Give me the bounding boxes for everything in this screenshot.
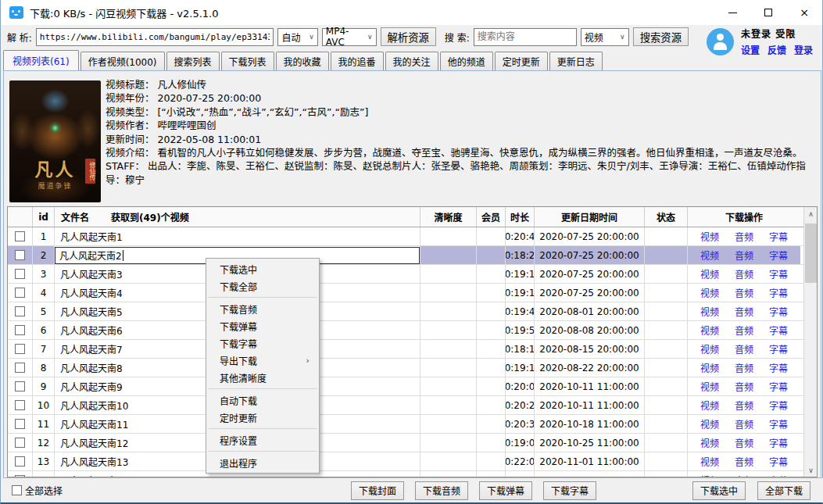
menu-item-download-audio[interactable]: 下载音频: [206, 300, 319, 317]
table-row[interactable]: 13凡人风起天南1300:22:042020-11-01 11:00:00视频音…: [8, 452, 803, 471]
download-audio-link[interactable]: 音频: [735, 455, 753, 468]
table-row[interactable]: 5凡人风起天南500:19:482020-08-01 20:00:00视频音频字…: [8, 302, 803, 321]
download-all-button[interactable]: 全部下载: [757, 481, 810, 500]
row-checkbox[interactable]: [15, 231, 25, 241]
menu-item-download-danmaku[interactable]: 下载弹幕: [206, 317, 319, 334]
download-subtitle-link[interactable]: 字幕: [769, 399, 788, 412]
row-checkbox[interactable]: [15, 288, 25, 298]
download-subtitle-link[interactable]: 字幕: [769, 267, 788, 281]
menu-item-other-quality[interactable]: 其他清晰度: [206, 369, 319, 386]
download-video-link[interactable]: 视频: [700, 323, 719, 337]
row-checkbox[interactable]: [15, 325, 25, 335]
format-select[interactable]: MP4-AVC ∨: [322, 28, 377, 46]
download-video-link[interactable]: 视频: [700, 248, 719, 262]
download-audio-link[interactable]: 音频: [735, 267, 753, 281]
avatar[interactable]: [707, 28, 734, 55]
download-video-link[interactable]: 视频: [700, 417, 719, 431]
url-input[interactable]: [36, 28, 274, 46]
download-subtitle-link[interactable]: 字幕: [769, 342, 788, 356]
feedback-link[interactable]: 反馈: [768, 43, 786, 56]
menu-item-scheduled-update[interactable]: 定时更新: [206, 409, 319, 426]
download-audio-link[interactable]: 音频: [735, 361, 753, 374]
download-audio-link[interactable]: 音频: [735, 399, 753, 412]
menu-item-download-subtitle[interactable]: 下载字幕: [206, 334, 319, 352]
file-name-cell[interactable]: 凡人风起天南1: [55, 227, 420, 245]
menu-item-exit-program[interactable]: 退出程序: [206, 454, 319, 471]
download-subtitle-link[interactable]: 字幕: [769, 474, 788, 477]
download-audio-link[interactable]: 音频: [735, 342, 753, 356]
download-audio-link[interactable]: 音频: [735, 436, 753, 449]
download-subtitle-link[interactable]: 字幕: [769, 248, 788, 262]
scrollbar-thumb[interactable]: [805, 223, 817, 283]
download-video-link[interactable]: 视频: [700, 342, 719, 356]
maximize-button[interactable]: [750, 0, 786, 25]
tab-my-favorites[interactable]: 我的收藏: [276, 52, 329, 70]
download-subtitle-link[interactable]: 字幕: [769, 305, 788, 318]
download-video-link[interactable]: 视频: [700, 380, 719, 393]
download-audio-link[interactable]: 音频: [735, 323, 753, 337]
download-subtitle-link[interactable]: 字幕: [769, 436, 788, 449]
download-audio-link[interactable]: 音频: [735, 248, 753, 262]
menu-item-auto-download[interactable]: 自动下载: [206, 391, 319, 409]
tab-search-list[interactable]: 搜索列表: [166, 52, 220, 70]
download-video-link[interactable]: 视频: [700, 286, 719, 299]
download-danmaku-button[interactable]: 下载弹幕: [479, 481, 532, 500]
minimize-button[interactable]: [714, 0, 750, 25]
row-checkbox[interactable]: [15, 419, 25, 429]
row-checkbox[interactable]: [15, 456, 25, 466]
row-checkbox[interactable]: [15, 438, 25, 448]
table-row[interactable]: 7凡人风起天南700:18:142020-08-15 20:00:00视频音频字…: [8, 340, 803, 359]
table-row[interactable]: 9凡人风起天南900:20:082020-10-11 11:00:00视频音频字…: [8, 377, 803, 396]
download-subtitle-link[interactable]: 字幕: [769, 286, 788, 299]
download-subtitle-link[interactable]: 字幕: [769, 361, 788, 374]
table-row[interactable]: 3凡人风起天南300:19:162020-07-25 20:00:00视频音频字…: [8, 265, 803, 284]
download-audio-link[interactable]: 音频: [735, 380, 753, 393]
search-type-select[interactable]: 视频 ∨: [581, 28, 629, 46]
menu-item-program-settings[interactable]: 程序设置: [206, 431, 319, 449]
download-video-link[interactable]: 视频: [700, 399, 719, 412]
download-video-link[interactable]: 视频: [700, 436, 719, 449]
table-row[interactable]: 10凡人风起天南1000:20:242020-10-11 11:00:00视频音…: [8, 396, 803, 415]
tab-video-list[interactable]: 视频列表(61): [3, 50, 79, 70]
download-subtitle-link[interactable]: 字幕: [769, 417, 788, 431]
download-subtitle-link[interactable]: 字幕: [769, 323, 788, 337]
download-subtitle-link[interactable]: 字幕: [769, 455, 788, 468]
table-row[interactable]: 4凡人风起天南400:19:132020-07-25 20:00:00视频音频字…: [8, 284, 803, 302]
table-row[interactable]: 6凡人风起天南600:19:552020-08-08 20:00:00视频音频字…: [8, 321, 803, 340]
download-video-link[interactable]: 视频: [700, 361, 719, 374]
menu-item-download-all[interactable]: 下载全部: [206, 277, 319, 295]
row-checkbox[interactable]: [15, 344, 25, 354]
download-video-link[interactable]: 视频: [700, 474, 719, 477]
mode-select[interactable]: 自动 ∨: [277, 28, 317, 46]
vertical-scrollbar[interactable]: ∧ ∨: [803, 207, 817, 477]
scroll-down-icon[interactable]: ∨: [804, 463, 818, 477]
tab-my-follows[interactable]: 我的关注: [385, 52, 438, 70]
table-row[interactable]: 8凡人风起天南800:19:172020-08-22 20:00:00视频音频字…: [8, 359, 803, 377]
download-audio-link[interactable]: 音频: [735, 305, 753, 318]
table-row[interactable]: 14凡人风起天南1400:19:142020-11-08 11:00:00视频音…: [8, 471, 803, 477]
table-row[interactable]: 2凡人风起天南200:18:222020-07-25 20:00:00视频音频字…: [8, 246, 803, 265]
download-audio-button[interactable]: 下载音频: [415, 481, 468, 500]
menu-item-export-download[interactable]: 导出下载›: [206, 352, 319, 369]
select-all-checkbox[interactable]: [12, 485, 22, 495]
tab-scheduled-update[interactable]: 定时更新: [495, 52, 548, 70]
search-input[interactable]: [474, 28, 577, 46]
close-button[interactable]: ×: [786, 0, 822, 25]
download-subtitle-link[interactable]: 字幕: [769, 230, 788, 243]
row-checkbox[interactable]: [15, 306, 25, 316]
tab-changelog[interactable]: 更新日志: [549, 52, 603, 70]
row-checkbox[interactable]: [15, 363, 25, 373]
table-row[interactable]: 11凡人风起天南1100:20:342020-10-18 11:00:00视频音…: [8, 415, 803, 434]
download-audio-link[interactable]: 音频: [735, 230, 753, 243]
scroll-up-icon[interactable]: ∧: [804, 207, 818, 220]
row-checkbox[interactable]: [15, 475, 25, 477]
menu-item-download-selected[interactable]: 下载选中: [206, 260, 319, 277]
download-video-link[interactable]: 视频: [700, 305, 719, 318]
parse-resource-button[interactable]: 解析资源: [381, 27, 436, 46]
table-row[interactable]: 1凡人风起天南100:20:452020-07-25 20:00:00视频音频字…: [8, 227, 803, 246]
download-video-link[interactable]: 视频: [700, 267, 719, 281]
download-audio-link[interactable]: 音频: [735, 286, 753, 299]
row-checkbox[interactable]: [15, 269, 25, 279]
tab-download-list[interactable]: 下载列表: [221, 52, 274, 70]
download-video-link[interactable]: 视频: [700, 230, 719, 243]
